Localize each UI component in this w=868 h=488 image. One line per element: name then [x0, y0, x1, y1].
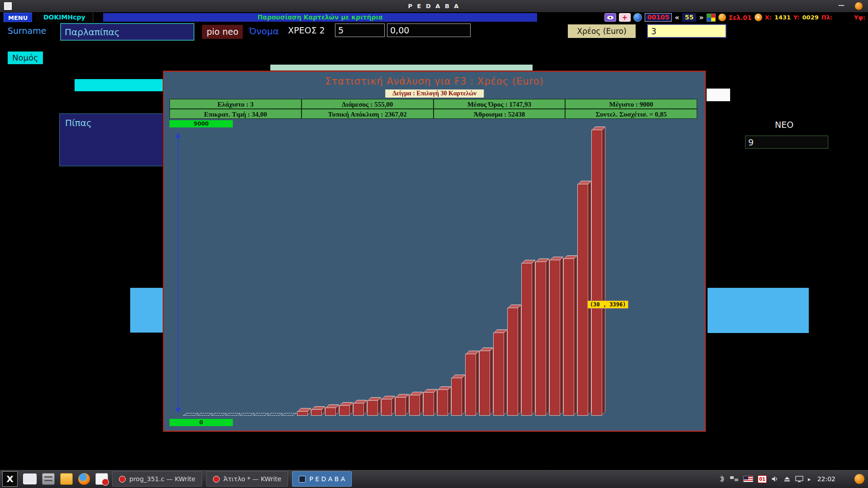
task-label: Άτιτλο * — KWrite [223, 475, 281, 483]
chart-bar [479, 351, 490, 416]
calendar-icon[interactable]: 01 [758, 475, 767, 483]
minimize-icon[interactable]: — [838, 1, 844, 9]
pio-neo-badge: pio neo [202, 25, 243, 39]
euro-debt-input[interactable] [647, 24, 726, 38]
amount-input[interactable] [387, 23, 471, 37]
sample-subtitle: Δείγμα : Επιλογή 30 Καρτελών [385, 89, 484, 98]
record-counter: 00105 [645, 13, 672, 22]
surname-label: Surname [8, 26, 46, 36]
cyan-field-bar [75, 79, 164, 91]
page-orb-icon[interactable] [718, 14, 726, 21]
chart-bar-side-face [546, 258, 549, 415]
chart-bar-side-face [462, 375, 465, 415]
y-axis-arrow [178, 135, 179, 411]
y-coord-value: 0029 [802, 14, 819, 21]
pipas-textarea[interactable]: Πίπας [59, 113, 165, 166]
kwrite-icon [213, 476, 220, 483]
screen-title: Παρουσίαση Καρτελών με κριτήρια [103, 13, 537, 22]
home-folder-icon[interactable] [60, 473, 73, 485]
x11-menu-icon[interactable]: X [2, 471, 18, 487]
stat-max: Μέγιστο : 9000 [565, 99, 697, 109]
add-record-icon[interactable]: + [619, 13, 631, 22]
show-desktop-icon[interactable] [23, 474, 37, 484]
firefox-icon[interactable] [78, 473, 90, 485]
chart-bar-side-face [476, 351, 479, 415]
chart-bar [465, 354, 476, 416]
onoma-label: Όνομα [249, 26, 279, 37]
nomos-button[interactable]: Νομός [8, 52, 43, 64]
down-orb-icon[interactable]: ▾ [755, 14, 762, 21]
chart-bar-side-face [406, 394, 409, 415]
globe-icon[interactable] [633, 13, 642, 22]
bluetooth-icon[interactable] [719, 475, 725, 483]
close-icon[interactable] [855, 2, 863, 10]
kwrite-icon [119, 476, 126, 483]
palette-icon[interactable] [707, 14, 716, 22]
update-notifier-icon[interactable] [854, 474, 864, 484]
teal-strip [270, 65, 533, 70]
prev-page-icon[interactable]: « [675, 13, 679, 22]
chart-bar-side-face [602, 127, 605, 415]
keyboard-layout-flag-icon[interactable] [743, 476, 753, 482]
restore-icon[interactable] [4, 2, 12, 10]
eye-icon[interactable] [604, 13, 616, 22]
chart-bar-side-face [532, 260, 535, 415]
task-button-pedaba[interactable]: P E D A B A [292, 471, 352, 487]
y-axis-min-label: 0 [170, 419, 233, 426]
chart-bar [211, 413, 227, 416]
window-titlebar[interactable]: P E D A B A — [0, 0, 868, 12]
display-icon[interactable] [795, 476, 803, 483]
chart-bar-side-face [392, 396, 395, 415]
cursor-readout: (30 , 3396) [587, 300, 628, 309]
chart-bar [423, 392, 434, 416]
eject-icon[interactable] [783, 476, 791, 482]
chart-bar [437, 389, 448, 416]
chart-bar [353, 403, 364, 416]
x-coord-value: 1431 [774, 14, 791, 21]
network-icon[interactable] [730, 475, 739, 483]
chart-bar [267, 413, 283, 416]
page-number: 55 [682, 13, 696, 22]
menubar-status-cluster: + 00105 « 55 » Σελ.01 ▾ X: 1431 Y: 0029 … [604, 13, 865, 22]
chart-bar [239, 413, 255, 416]
chart-bar-side-face [560, 257, 563, 415]
clock[interactable]: 22:02 [817, 475, 835, 483]
chart-bar [507, 308, 518, 416]
system-tray: 01 ▸ 22:02 [719, 475, 842, 483]
desktop: P E D A B A — MENU DOKIMHcpy Παρουσίαση … [0, 0, 868, 488]
left-blue-panel [130, 288, 164, 333]
stats-table: Ελάχιστο : 3 Διάμεσος : 555,00 Μέσος Όρο… [170, 99, 697, 119]
chart-bar [325, 408, 336, 416]
chart-bar [367, 400, 378, 416]
y-axis-max-label: 9000 [170, 120, 233, 127]
xreos-input[interactable] [335, 23, 385, 37]
neo-input[interactable] [745, 136, 828, 149]
chart-bar [577, 184, 588, 416]
menu-button[interactable]: MENU [4, 13, 32, 22]
tray-expand-icon[interactable]: ▸ [808, 476, 811, 483]
menubar: MENU DOKIMHcpy Παρουσίαση Καρτελών με κρ… [0, 12, 868, 23]
surname-input[interactable] [60, 23, 194, 41]
chart-bar-side-face [588, 181, 591, 415]
app-name-label: DOKIMHcpy [36, 13, 94, 22]
chart-bar [493, 333, 504, 416]
chart-bar-side-face [504, 329, 507, 415]
sel-page-label: Σελ.01 [729, 14, 752, 21]
text-editor-icon[interactable] [95, 473, 108, 485]
chart-bar-side-face [448, 386, 451, 415]
task-button-kwrite-1[interactable]: prog_351.c — KWrite [112, 471, 202, 487]
chart-bar [535, 262, 546, 416]
bar-series[interactable] [185, 130, 698, 416]
file-cabinet-icon[interactable] [42, 473, 55, 485]
chart-bar [253, 413, 269, 416]
white-field-box [707, 89, 730, 101]
volume-icon[interactable] [771, 475, 779, 483]
chart-bar [451, 378, 462, 416]
task-button-kwrite-2[interactable]: Άτιτλο * — KWrite [206, 471, 288, 487]
chart-bar [409, 395, 420, 416]
next-page-icon[interactable]: » [699, 13, 703, 22]
chart-bar [549, 260, 560, 416]
pedaba-icon [299, 476, 306, 483]
height-label: Υψ: [854, 14, 865, 21]
right-blue-panel [708, 288, 809, 333]
